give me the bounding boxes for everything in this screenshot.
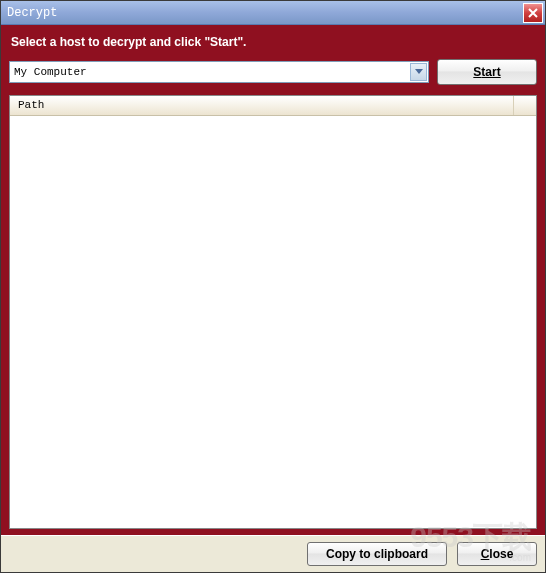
instruction-text: Select a host to decrypt and click "Star… (9, 35, 537, 49)
dropdown-arrow-button[interactable] (410, 63, 427, 81)
list-header: Path (10, 96, 536, 116)
window-close-button[interactable] (523, 3, 543, 23)
chevron-down-icon (415, 69, 423, 75)
close-icon (528, 8, 538, 18)
host-row: My Computer Start (9, 59, 537, 85)
list-body[interactable] (10, 116, 536, 528)
content-area: Select a host to decrypt and click "Star… (1, 25, 545, 535)
decrypt-window: Decrypt Select a host to decrypt and cli… (0, 0, 546, 573)
start-button[interactable]: Start (437, 59, 537, 85)
host-select-value: My Computer (14, 66, 87, 78)
column-header-spacer (514, 96, 536, 115)
column-header-path[interactable]: Path (10, 96, 514, 115)
titlebar[interactable]: Decrypt (1, 1, 545, 25)
window-title: Decrypt (7, 6, 57, 20)
host-select[interactable]: My Computer (9, 61, 429, 83)
close-button[interactable]: Close (457, 542, 537, 566)
footer: Copy to clipboard Close (1, 535, 545, 572)
path-list: Path (9, 95, 537, 529)
copy-to-clipboard-button[interactable]: Copy to clipboard (307, 542, 447, 566)
